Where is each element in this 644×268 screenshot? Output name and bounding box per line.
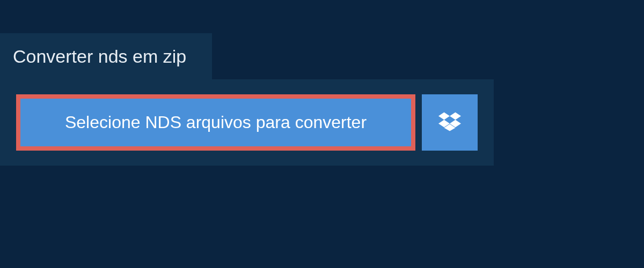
dropbox-icon xyxy=(438,110,461,135)
dropbox-button[interactable] xyxy=(422,94,478,151)
upload-panel: Selecione NDS arquivos para converter xyxy=(0,79,494,166)
page-title-text: Converter nds em zip xyxy=(13,46,186,66)
select-files-button[interactable]: Selecione NDS arquivos para converter xyxy=(16,94,415,151)
page-title: Converter nds em zip xyxy=(0,33,212,80)
select-files-label: Selecione NDS arquivos para converter xyxy=(65,113,367,132)
